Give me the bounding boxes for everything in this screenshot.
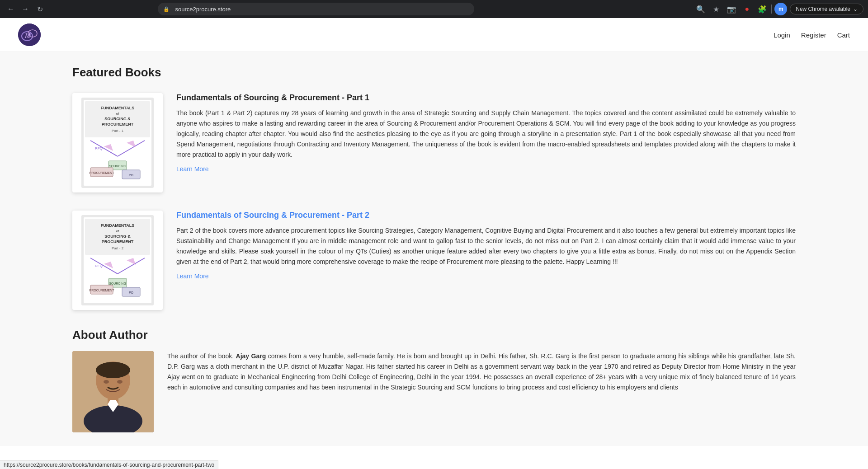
chevron-down-icon: ⌄	[853, 6, 858, 12]
register-link[interactable]: Register	[801, 31, 826, 39]
learn-more-2[interactable]: Learn More	[176, 272, 209, 280]
website-content: M Login Register Cart Featured Books FUN…	[0, 18, 868, 469]
new-chrome-label: New Chrome available	[796, 6, 850, 12]
nav-buttons: ← → ↻	[5, 3, 46, 15]
author-photo	[72, 351, 154, 432]
book-description-2: Part 2 of the book covers more advance p…	[176, 225, 796, 267]
divider	[771, 5, 772, 14]
svg-text:FUNDAMENTALS: FUNDAMENTALS	[101, 106, 134, 110]
about-author-section: About Author	[72, 328, 796, 432]
svg-text:SOURCING &: SOURCING &	[104, 234, 131, 239]
profile-button[interactable]: m	[774, 3, 787, 15]
svg-text:FUNDAMENTALS: FUNDAMENTALS	[101, 223, 134, 228]
new-chrome-button[interactable]: New Chrome available ⌄	[790, 4, 863, 14]
svg-text:PROCUREMENT: PROCUREMENT	[90, 289, 115, 292]
book-title-1: Fundamentals of Sourcing & Procurement -…	[176, 93, 796, 103]
site-nav: M Login Register Cart	[0, 18, 868, 52]
login-link[interactable]: Login	[774, 31, 790, 39]
main-content: Featured Books FUNDAMENTALS of SOURCING …	[0, 52, 868, 446]
svg-point-46	[104, 380, 109, 384]
svg-text:PROCUREMENT: PROCUREMENT	[90, 171, 115, 174]
svg-point-45	[96, 362, 130, 378]
svg-text:RFQ: RFQ	[95, 146, 103, 150]
address-bar[interactable]: 🔒 source2procure.store	[158, 3, 474, 15]
status-bar: https://source2procure.store/books/funda…	[0, 460, 218, 469]
svg-text:PROCUREMENT: PROCUREMENT	[102, 239, 134, 244]
about-content: The author of the book, Ajay Garg comes …	[72, 351, 796, 432]
extensions-icon[interactable]: ●	[741, 3, 753, 15]
bookmark-icon[interactable]: ★	[710, 3, 722, 15]
site-logo[interactable]: M	[18, 23, 41, 46]
learn-more-1[interactable]: Learn More	[176, 165, 209, 173]
svg-text:PROCUREMENT: PROCUREMENT	[102, 122, 134, 127]
screenshot-icon[interactable]: 📷	[725, 3, 738, 15]
svg-text:Part - 2: Part - 2	[112, 246, 124, 250]
book-entry-1: FUNDAMENTALS of SOURCING & PROCUREMENT P…	[72, 93, 796, 192]
url-display: source2procure.store	[175, 6, 231, 13]
book-cover-2: FUNDAMENTALS of SOURCING & PROCUREMENT P…	[72, 211, 163, 310]
lock-icon: 🔒	[163, 6, 170, 12]
nav-links: Login Register Cart	[774, 31, 850, 39]
forward-button[interactable]: →	[19, 3, 32, 15]
svg-text:M: M	[24, 33, 31, 39]
book-info-2: Fundamentals of Sourcing & Procurement -…	[176, 211, 796, 310]
status-url: https://source2procure.store/books/funda…	[4, 462, 214, 468]
book-cover-1: FUNDAMENTALS of SOURCING & PROCUREMENT P…	[72, 93, 163, 192]
puzzle-icon[interactable]: 🧩	[756, 3, 769, 15]
svg-text:SOURCING: SOURCING	[109, 164, 126, 168]
back-button[interactable]: ←	[5, 3, 17, 15]
browser-actions: 🔍 ★ 📷 ● 🧩 m New Chrome available ⌄	[694, 3, 863, 15]
svg-text:PO: PO	[129, 174, 134, 177]
svg-text:PO: PO	[129, 291, 134, 294]
book-info-1: Fundamentals of Sourcing & Procurement -…	[176, 93, 796, 192]
reload-button[interactable]: ↻	[33, 3, 46, 15]
about-text-prefix: The author of the book,	[167, 352, 236, 360]
about-author-text: The author of the book, Ajay Garg comes …	[167, 351, 796, 393]
book-title-2: Fundamentals of Sourcing & Procurement -…	[176, 211, 796, 220]
search-icon[interactable]: 🔍	[694, 3, 707, 15]
svg-text:SOURCING: SOURCING	[109, 282, 126, 285]
svg-text:of: of	[116, 112, 119, 116]
svg-point-47	[117, 380, 123, 384]
svg-text:RFQ: RFQ	[95, 264, 103, 268]
book-description-1: The book (Part 1 & Part 2) captures my 2…	[176, 108, 796, 160]
about-author-title: About Author	[72, 328, 796, 342]
featured-books-title: Featured Books	[72, 66, 796, 80]
svg-text:of: of	[116, 229, 119, 233]
book-entry-2: FUNDAMENTALS of SOURCING & PROCUREMENT P…	[72, 211, 796, 310]
author-name: Ajay Garg	[236, 352, 266, 360]
svg-text:Part - 1: Part - 1	[112, 129, 124, 133]
browser-chrome: ← → ↻ 🔒 source2procure.store 🔍 ★ 📷 ● 🧩 m…	[0, 0, 868, 18]
cart-link[interactable]: Cart	[837, 31, 850, 39]
svg-text:SOURCING &: SOURCING &	[104, 117, 131, 121]
